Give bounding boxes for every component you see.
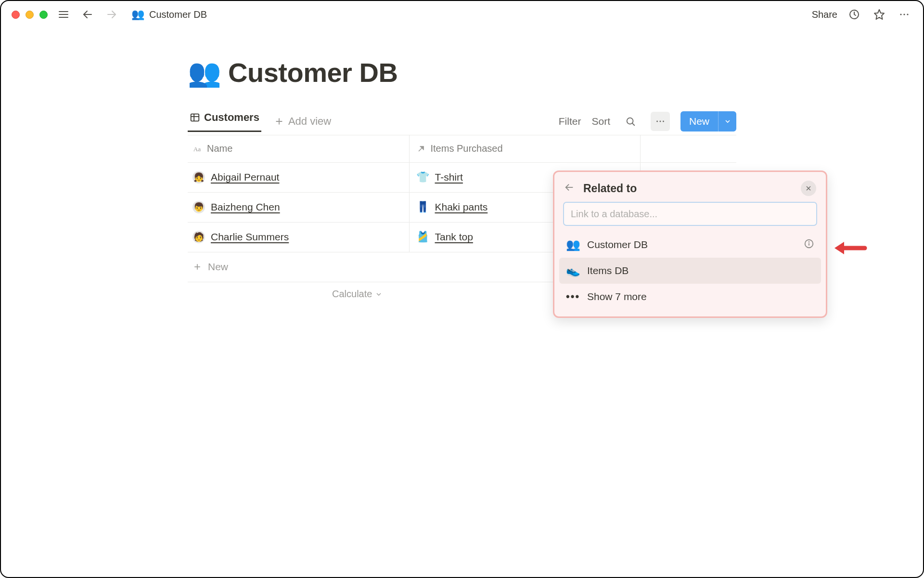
popover-options-list: 👥 Customer DB 👟 Items DB ••• Show 7 more [559,231,821,312]
item-icon: 👕 [416,171,429,184]
nav-back-button[interactable] [79,6,96,23]
add-view-label: Add view [288,115,331,128]
more-horizontal-icon: ••• [566,290,579,303]
filter-button[interactable]: Filter [559,116,581,127]
hamburger-menu-button[interactable] [55,6,72,23]
breadcrumb-title: Customer DB [149,9,207,20]
arrow-left-icon [564,182,575,193]
info-button[interactable] [804,238,814,251]
svg-point-19 [663,120,664,122]
avatar-icon: 🧑 [192,231,205,243]
svg-marker-31 [834,242,844,254]
popover-title: Related to [583,182,637,195]
search-icon [625,116,636,127]
svg-marker-6 [874,10,884,19]
search-database-button[interactable] [621,112,640,131]
info-icon [804,238,814,249]
avatar-icon: 👧 [192,171,205,184]
relation-property-icon [416,144,426,154]
plus-icon [274,116,284,127]
arrow-left-icon [82,9,93,20]
column-header-name-label: Name [207,143,232,154]
svg-text:Aa: Aa [193,145,201,153]
add-view-button[interactable]: Add view [274,115,331,128]
related-to-popover: Related to 👥 Customer DB 👟 Items DB ••• [553,171,827,318]
column-header-items[interactable]: Items Purchased [409,135,640,162]
arrow-left-icon [834,236,867,260]
cell-item: Tank top [435,231,473,243]
cell-item: Khaki pants [435,201,488,213]
table-icon [190,112,200,123]
more-menu-button[interactable] [896,6,912,23]
popover-back-button[interactable] [564,182,575,195]
more-horizontal-icon [655,116,666,127]
app-window: 👥 Customer DB Share 👥 Customer DB [0,0,924,578]
clock-icon [848,9,860,20]
svg-line-16 [632,123,634,125]
item-icon: 👖 [416,201,429,213]
database-options-button[interactable] [651,112,670,131]
svg-point-29 [809,241,809,242]
popover-option-customer-db[interactable]: 👥 Customer DB [559,232,821,258]
favorite-button[interactable] [871,6,887,23]
column-header-items-label: Items Purchased [431,143,503,154]
calculate-button[interactable]: Calculate [332,289,383,300]
chevron-down-icon [375,290,383,298]
star-icon [873,9,885,20]
close-icon [805,184,812,192]
database-icon: 👥 [566,238,579,251]
add-row-label: New [208,261,228,273]
minimize-window-button[interactable] [26,11,34,19]
svg-rect-10 [191,114,199,121]
breadcrumb-icon: 👥 [131,8,144,21]
item-icon: 🎽 [416,231,429,243]
sort-button[interactable]: Sort [591,116,610,127]
popover-option-items-db[interactable]: 👟 Items DB [559,258,821,284]
plus-icon [192,262,202,272]
topbar: 👥 Customer DB Share [1,1,923,28]
calculate-label: Calculate [332,289,372,300]
new-row-dropdown[interactable] [718,111,736,131]
annotation-arrow [834,236,867,262]
cell-item: T-shirt [435,171,463,183]
popover-option-label: Items DB [587,265,629,276]
share-button[interactable]: Share [812,9,837,20]
database-views-bar: Customers Add view Filter Sort [188,107,736,135]
fullscreen-window-button[interactable] [39,11,48,19]
more-horizontal-icon [898,9,910,20]
nav-forward-button[interactable] [103,6,120,23]
popover-show-more-label: Show 7 more [587,291,647,302]
database-icon: 👟 [566,264,579,277]
chevron-down-icon [724,118,732,125]
cell-name: Charlie Summers [211,231,289,243]
breadcrumb[interactable]: 👥 Customer DB [131,8,207,21]
cell-name: Abigail Pernaut [211,171,279,183]
column-header-empty [640,135,736,162]
svg-point-8 [903,13,905,15]
new-row-button[interactable]: New [680,111,736,131]
hamburger-icon [58,9,69,20]
svg-point-9 [907,13,908,15]
page-title-row: 👥 Customer DB [188,57,736,88]
new-row-button-label: New [680,111,718,131]
updates-button[interactable] [846,6,862,23]
popover-show-more-button[interactable]: ••• Show 7 more [559,284,821,310]
view-tab-customers[interactable]: Customers [188,111,261,132]
cell-name: Baizheng Chen [211,201,280,213]
popover-close-button[interactable] [801,181,816,196]
text-property-icon: Aa [192,144,202,154]
popover-option-label: Customer DB [587,239,648,250]
svg-point-18 [660,120,661,122]
window-controls [12,11,48,19]
svg-point-17 [656,120,658,122]
view-tab-label: Customers [204,111,259,124]
page-title[interactable]: Customer DB [228,57,398,88]
arrow-right-icon [106,9,117,20]
column-header-name[interactable]: Aa Name [188,135,409,162]
topbar-right: Share [812,6,912,23]
close-window-button[interactable] [12,11,20,19]
link-database-search-input[interactable] [563,202,817,226]
avatar-icon: 👦 [192,201,205,213]
svg-point-7 [900,13,901,15]
page-icon[interactable]: 👥 [188,59,221,86]
